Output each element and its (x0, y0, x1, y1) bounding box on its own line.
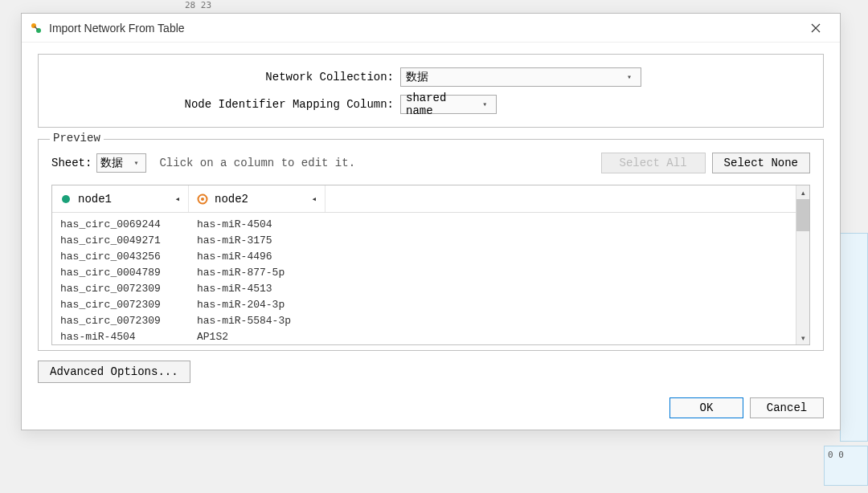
svg-point-5 (62, 195, 70, 203)
table-row[interactable]: has_circ_0072309has-miR-5584-3p (52, 312, 796, 328)
dialog-title: Import Network From Table (49, 22, 185, 35)
table-row[interactable]: has_circ_0072309has-miR-4513 (52, 280, 796, 296)
select-all-button: Select All (601, 153, 706, 173)
target-node-icon (197, 194, 208, 205)
network-collection-label: Network Collection: (47, 71, 400, 84)
sheet-label: Sheet: (51, 157, 92, 169)
scroll-up-icon[interactable]: ▴ (796, 185, 809, 199)
import-network-dialog: Import Network From Table Network Collec… (21, 13, 841, 430)
column-edit-hint: Click on a column to edit it. (159, 157, 594, 169)
source-node-icon (60, 194, 72, 205)
preview-fieldset: Preview Sheet: 数据 ▾ Click on a column to… (38, 139, 824, 351)
top-panel: Network Collection: 数据 ▾ Node Identifier… (38, 54, 824, 128)
mapping-column-combo[interactable]: shared name ▾ (400, 95, 497, 114)
table-row[interactable]: has_circ_0004789has-miR-877-5p (52, 264, 796, 280)
background-panel (840, 233, 868, 442)
table-row[interactable]: has_circ_0049271has-miR-3175 (52, 232, 796, 248)
ok-button[interactable]: OK (669, 397, 743, 418)
select-none-button[interactable]: Select None (712, 153, 810, 173)
close-button[interactable] (800, 15, 832, 41)
table-row[interactable]: has_circ_0069244has-miR-4504 (52, 216, 796, 232)
network-collection-value: 数据 (406, 70, 428, 84)
scrollbar-thumb[interactable] (796, 199, 809, 231)
table-row[interactable]: has_circ_0072309has-miR-204-3p (52, 296, 796, 312)
sheet-value: 数据 (100, 156, 123, 170)
column-header-label: node2 (215, 193, 248, 206)
network-collection-combo[interactable]: 数据 ▾ (400, 67, 641, 87)
chevron-down-icon: ▾ (478, 100, 491, 109)
mapping-column-label: Node Identifier Mapping Column: (47, 98, 400, 111)
advanced-options-button[interactable]: Advanced Options... (38, 361, 190, 383)
svg-line-2 (35, 26, 38, 30)
table-row[interactable]: has-miR-4504AP1S2 (52, 328, 796, 344)
background-text: 28 23 (185, 0, 211, 10)
sort-arrow-icon: ◂ (174, 194, 180, 204)
preview-legend: Preview (50, 132, 104, 145)
mapping-column-value: shared name (406, 92, 478, 117)
sheet-combo[interactable]: 数据 ▾ (96, 153, 146, 173)
titlebar: Import Network From Table (22, 14, 840, 43)
sort-arrow-icon: ◂ (311, 194, 317, 204)
column-header-node1[interactable]: node1 ◂ (52, 185, 189, 212)
scroll-down-icon[interactable]: ▾ (796, 331, 809, 344)
column-header-node2[interactable]: node2 ◂ (189, 185, 326, 212)
table-row[interactable]: has_circ_0043256has-miR-4496 (52, 248, 796, 264)
vertical-scrollbar[interactable]: ▴ ▾ (796, 185, 809, 344)
chevron-down-icon: ▾ (623, 72, 636, 82)
dialog-footer: OK Cancel (22, 393, 840, 430)
table-body: has_circ_0069244has-miR-4504 has_circ_00… (52, 213, 796, 344)
close-icon (811, 23, 821, 33)
preview-table: node1 ◂ node2 ◂ has_circ_0069244has-mi (51, 185, 810, 345)
chevron-down-icon: ▾ (129, 158, 142, 168)
background-panel: 0 0 (824, 446, 868, 486)
column-header-label: node1 (78, 193, 112, 206)
app-icon (30, 22, 43, 35)
cancel-button[interactable]: Cancel (750, 397, 824, 418)
svg-point-7 (201, 198, 204, 201)
